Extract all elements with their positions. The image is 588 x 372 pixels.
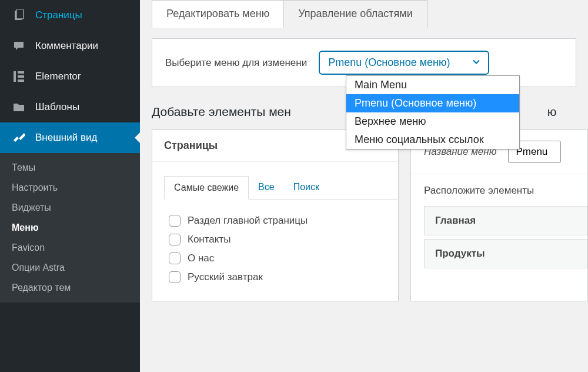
svg-rect-3: [18, 71, 24, 74]
submenu-astra-options[interactable]: Опции Astra: [0, 258, 140, 278]
dropdown-option[interactable]: Меню социальных ссылок: [346, 131, 519, 149]
pages-panel: Страницы Самые свежие Все Поиск Раздел г…: [152, 129, 399, 301]
svg-rect-5: [18, 79, 24, 82]
menu-select[interactable]: Pmenu (Основное меню): [319, 51, 489, 75]
main-content: Редактировать меню Управление областями …: [140, 0, 588, 372]
menu-selector-label: Выберите меню для изменени: [165, 57, 307, 69]
menu-item[interactable]: Главная: [424, 206, 587, 235]
sidebar-label: Страницы: [35, 9, 82, 21]
page-option-label: О нас: [188, 253, 214, 264]
sidebar-item-templates[interactable]: Шаблоны: [0, 92, 140, 122]
submenu-themes[interactable]: Темы: [0, 158, 140, 178]
submenu-customize[interactable]: Настроить: [0, 178, 140, 198]
page-option-label: Раздел главной страницы: [188, 215, 308, 227]
nav-tabs: Редактировать меню Управление областями: [152, 0, 588, 28]
page-option[interactable]: Русский завтрак: [169, 268, 384, 287]
sidebar-label: Шаблоны: [35, 101, 79, 113]
tab-search[interactable]: Поиск: [284, 176, 329, 199]
sidebar-label: Комментарии: [35, 40, 98, 52]
sidebar-item-appearance[interactable]: Внешний вид: [0, 122, 140, 153]
sidebar-label: Внешний вид: [35, 132, 97, 144]
page-option[interactable]: Контакты: [169, 230, 384, 249]
checkbox[interactable]: [169, 215, 181, 227]
tab-edit-menu[interactable]: Редактировать меню: [152, 0, 284, 28]
sidebar-item-comments[interactable]: Комментарии: [0, 31, 140, 61]
menu-structure-panel: Название меню Расположите элементы Главн…: [410, 129, 588, 301]
checkbox[interactable]: [169, 271, 181, 283]
tab-all[interactable]: Все: [249, 176, 284, 199]
submenu-theme-editor[interactable]: Редактор тем: [0, 278, 140, 298]
tab-manage-locations[interactable]: Управление областями: [283, 0, 427, 28]
checkbox[interactable]: [169, 234, 181, 245]
page-option[interactable]: Раздел главной страницы: [169, 211, 384, 230]
pages-checkbox-list: Раздел главной страницы Контакты О нас Р…: [152, 200, 398, 301]
tab-recent[interactable]: Самые свежие: [164, 176, 249, 200]
chevron-down-icon: [472, 57, 481, 69]
dropdown-option[interactable]: Main Menu: [346, 76, 519, 94]
admin-sidebar: Страницы Комментарии Elementor Шаблоны В…: [0, 0, 140, 372]
dropdown-option[interactable]: Pmenu (Основное меню): [346, 94, 519, 112]
menu-selector-bar: Выберите меню для изменени Pmenu (Основн…: [152, 38, 576, 87]
appearance-icon: [12, 131, 26, 145]
submenu-menus[interactable]: Меню: [0, 218, 140, 238]
templates-icon: [12, 100, 26, 114]
page-option-label: Русский завтрак: [188, 271, 263, 283]
svg-rect-4: [18, 75, 24, 78]
sidebar-label: Elementor: [35, 71, 81, 82]
pages-inner-tabs: Самые свежие Все Поиск: [164, 176, 398, 200]
svg-rect-1: [16, 9, 24, 19]
elementor-icon: [12, 69, 26, 84]
submenu-favicon[interactable]: Favicon: [0, 238, 140, 258]
menu-select-dropdown: Main Menu Pmenu (Основное меню) Верхнее …: [346, 75, 520, 150]
page-option[interactable]: О нас: [169, 249, 384, 268]
sidebar-item-pages[interactable]: Страницы: [0, 0, 140, 31]
page-option-label: Контакты: [188, 234, 230, 245]
menu-select-value: Pmenu (Основное меню): [328, 57, 450, 68]
comments-icon: [12, 39, 26, 53]
pages-icon: [12, 8, 26, 22]
menu-item[interactable]: Продукты: [424, 239, 587, 268]
svg-rect-2: [14, 71, 16, 82]
dropdown-option[interactable]: Верхнее меню: [346, 112, 519, 131]
checkbox[interactable]: [169, 253, 181, 264]
arrange-hint: Расположите элементы: [411, 174, 587, 202]
appearance-submenu: Темы Настроить Виджеты Меню Favicon Опци…: [0, 153, 140, 303]
submenu-widgets[interactable]: Виджеты: [0, 198, 140, 218]
sidebar-item-elementor[interactable]: Elementor: [0, 61, 140, 92]
